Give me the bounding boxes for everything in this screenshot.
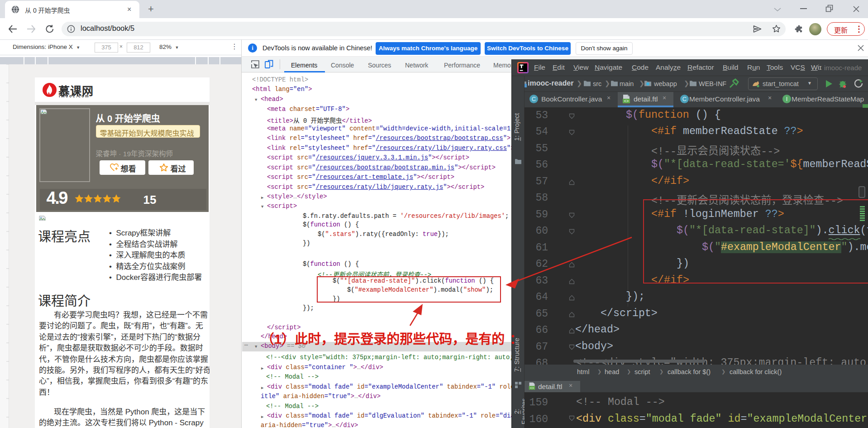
svg-text:<>: <> [624,99,629,104]
svg-text:<>: <> [530,386,534,390]
